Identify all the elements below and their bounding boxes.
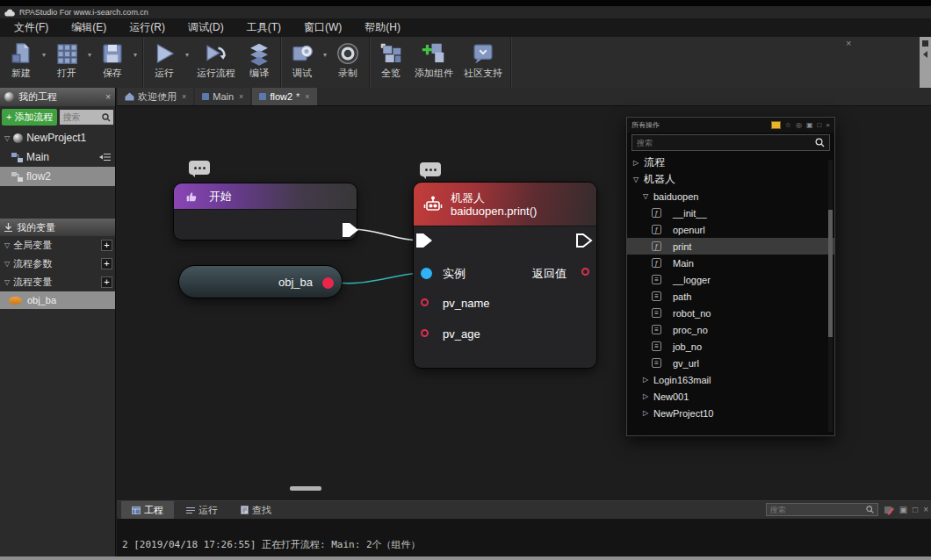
clear-log-icon[interactable] xyxy=(884,505,894,515)
tree-item-job-no[interactable]: ≡job_no xyxy=(627,338,834,355)
tree-item-main[interactable]: ƒMain xyxy=(627,255,834,271)
operations-search-input[interactable] xyxy=(637,139,812,147)
tree-item-path[interactable]: ≡path xyxy=(627,288,834,305)
menu-run[interactable]: 运行(R) xyxy=(118,20,177,35)
start-node[interactable]: 开始 xyxy=(173,183,357,241)
tree-item-flow2[interactable]: flow2 xyxy=(0,167,115,186)
chevron-expanded-icon[interactable]: ▽ xyxy=(643,192,653,200)
toolbar-save-button[interactable]: ▾ 保存 xyxy=(94,39,140,80)
horizontal-scrollbar-thumb[interactable] xyxy=(290,486,321,491)
pv-name-input-port[interactable] xyxy=(421,298,429,306)
chevron-collapsed-icon[interactable]: ▷ xyxy=(643,376,653,384)
comment-bubble-icon[interactable] xyxy=(189,161,210,175)
variable-node-obj-ba[interactable]: obj_ba xyxy=(178,265,343,298)
variables-group-flow-vars[interactable]: ▽ 流程变量 + xyxy=(0,273,115,291)
toolbar-record-button[interactable]: 录制 xyxy=(329,39,366,80)
toolbar-community-button[interactable]: 社区支持 xyxy=(458,39,508,80)
scrollbar-button[interactable] xyxy=(922,40,928,47)
tree-item-init[interactable]: ƒ__init__ xyxy=(627,205,834,221)
chevron-expanded-icon[interactable]: ▽ xyxy=(4,260,10,268)
tree-item-robot-no[interactable]: ≡robot_no xyxy=(627,305,834,321)
right-edge-scrollbar[interactable] xyxy=(920,37,931,88)
project-search-input[interactable] xyxy=(62,112,102,122)
tree-item-baiduopen[interactable]: ▽baiduopen xyxy=(627,188,834,205)
pin-icon[interactable]: ☆ xyxy=(785,121,791,129)
chevron-expanded-icon[interactable]: ▽ xyxy=(4,278,10,286)
float-icon[interactable]: □ xyxy=(817,121,821,129)
close-icon[interactable]: × xyxy=(826,121,830,129)
chevron-expanded-icon[interactable]: ▽ xyxy=(4,241,10,249)
toolbar-new-button[interactable]: ▾ 新建 xyxy=(3,39,48,80)
toolbar-close-button[interactable]: × xyxy=(846,38,851,48)
tree-item-logger[interactable]: ≡__logger xyxy=(627,271,834,288)
toolbar-compile-button[interactable]: 编译 xyxy=(241,39,278,80)
toolbar-open-button[interactable]: ▾ 打开 xyxy=(48,39,94,80)
toolbar-overview-button[interactable]: 全览 xyxy=(372,39,409,80)
close-tab-icon[interactable]: × xyxy=(182,92,186,101)
chevron-collapsed-icon[interactable]: ▷ xyxy=(643,392,653,400)
operations-scrollbar[interactable] xyxy=(828,160,833,432)
exec-output-port[interactable] xyxy=(341,221,360,239)
tab-main[interactable]: Main × xyxy=(195,88,250,105)
robot-node[interactable]: 机器人 baiduopen.print() 实例 返回值 pv_name pv_… xyxy=(413,182,597,369)
exec-input-port[interactable] xyxy=(415,233,433,248)
dock-icon[interactable]: ▣ xyxy=(806,121,813,129)
menu-edit[interactable]: 编辑(E) xyxy=(60,20,118,35)
add-variable-button[interactable]: + xyxy=(101,240,112,251)
dock-output-icon[interactable]: ▣ xyxy=(899,506,907,514)
output-tab-find[interactable]: 查找 xyxy=(230,501,282,519)
variables-group-flow-params[interactable]: ▽ 流程参数 + xyxy=(0,255,115,273)
tree-item-main-flow[interactable]: Main xyxy=(0,147,115,167)
toolbar-add-component-button[interactable]: 添加组件 xyxy=(409,39,458,80)
close-icon[interactable]: × xyxy=(105,92,111,102)
float-output-icon[interactable]: □ xyxy=(913,506,918,514)
pv-age-input-port[interactable] xyxy=(421,329,429,337)
chevron-down-icon[interactable]: ▾ xyxy=(42,51,46,59)
add-variable-button[interactable]: + xyxy=(101,258,112,269)
chevron-down-icon[interactable]: ▾ xyxy=(185,51,189,59)
tree-item-proc-no[interactable]: ≡proc_no xyxy=(627,321,834,338)
menu-tools[interactable]: 工具(T) xyxy=(235,20,292,35)
instance-input-port[interactable] xyxy=(421,268,432,279)
variables-group-global[interactable]: ▽ 全局变量 + xyxy=(0,236,115,255)
scrollbar-arrow-icon[interactable] xyxy=(923,51,927,58)
close-output-icon[interactable]: × xyxy=(923,506,928,514)
chevron-collapsed-icon[interactable]: ▷ xyxy=(643,409,653,417)
options-icon[interactable]: ◎ xyxy=(796,121,802,129)
variable-output-port[interactable] xyxy=(322,277,334,289)
tree-item-newproject1[interactable]: ▽ NewProject1 xyxy=(0,128,115,147)
add-variable-button[interactable]: + xyxy=(101,276,112,288)
return-output-port[interactable] xyxy=(581,268,589,276)
tab-flow2[interactable]: flow2 * × xyxy=(252,88,316,105)
add-flow-button[interactable]: + 添加流程 xyxy=(2,109,57,126)
close-tab-icon[interactable]: × xyxy=(305,92,309,101)
highlight-icon[interactable] xyxy=(771,121,781,129)
tree-item-flow-category[interactable]: ▷流程 xyxy=(627,154,834,171)
variable-item-obj-ba[interactable]: obj_ba xyxy=(0,291,115,309)
tree-item-newproject10[interactable]: ▷NewProject10 xyxy=(627,405,834,421)
scrollbar-thumb[interactable] xyxy=(828,210,833,337)
tree-item-gv-url[interactable]: ≡gv_url xyxy=(627,355,834,371)
tree-item-new001[interactable]: ▷New001 xyxy=(627,388,834,405)
chevron-expanded-icon[interactable]: ▽ xyxy=(633,176,644,183)
menu-debug[interactable]: 调试(D) xyxy=(177,20,235,35)
comment-bubble-icon[interactable] xyxy=(420,162,441,176)
menu-file[interactable]: 文件(F) xyxy=(3,20,60,35)
tree-item-login163mail[interactable]: ▷Login163mail xyxy=(627,371,834,388)
tree-item-robot-category[interactable]: ▽机器人 xyxy=(627,171,834,188)
chevron-down-icon[interactable]: ▾ xyxy=(88,51,91,59)
toolbar-debug-button[interactable]: ▾ 调试 xyxy=(284,39,329,80)
exec-output-port[interactable] xyxy=(575,233,593,248)
chevron-down-icon[interactable]: ▾ xyxy=(134,51,137,59)
chevron-down-icon[interactable]: ▾ xyxy=(323,51,327,59)
tab-welcome[interactable]: 欢迎使用 × xyxy=(118,88,193,105)
output-search-input[interactable] xyxy=(770,506,863,514)
menu-help[interactable]: 帮助(H) xyxy=(353,20,412,35)
tree-item-openurl[interactable]: ƒopenurl xyxy=(627,221,834,238)
output-tab-run[interactable]: 运行 xyxy=(176,501,228,519)
close-tab-icon[interactable]: × xyxy=(239,92,243,101)
tree-item-print[interactable]: ƒprint xyxy=(627,238,834,255)
chevron-collapsed-icon[interactable]: ▷ xyxy=(633,159,644,167)
output-tab-project[interactable]: 工程 xyxy=(121,501,174,519)
menu-window[interactable]: 窗口(W) xyxy=(292,20,353,35)
